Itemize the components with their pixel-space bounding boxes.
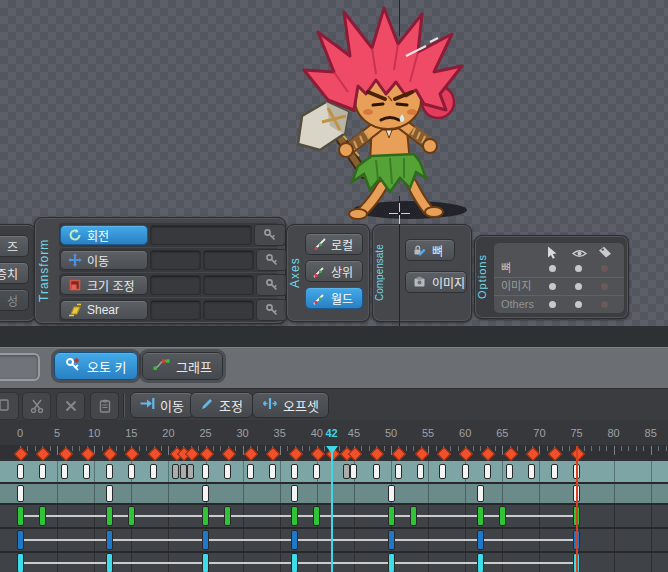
playhead-handle[interactable] (326, 446, 338, 454)
scale-y-field[interactable] (203, 275, 254, 295)
keyframe-bar[interactable] (343, 464, 350, 479)
keyframe-diamond[interactable] (81, 447, 95, 461)
copy-button[interactable] (0, 392, 19, 420)
compensate-image-button[interactable]: 이미지 (405, 271, 467, 293)
keyframe-bar[interactable] (128, 506, 135, 526)
paste-button[interactable] (90, 392, 119, 420)
keyframe-bar[interactable] (373, 464, 380, 479)
track-row-5[interactable] (0, 553, 668, 572)
image-select-dot[interactable] (549, 283, 556, 290)
keyframe-bar[interactable] (106, 530, 113, 550)
auto-key-button[interactable]: 오토 키 (54, 352, 138, 380)
animation-name-field[interactable] (0, 353, 40, 381)
keyframe-bar[interactable] (106, 464, 113, 479)
keyframe-bar[interactable] (128, 464, 135, 479)
track-row-3[interactable] (0, 505, 668, 527)
keyframe-diamond[interactable] (570, 447, 584, 461)
keyframe-bar[interactable] (484, 464, 491, 479)
keyframe-diamond[interactable] (103, 447, 117, 461)
compensate-bone-button[interactable]: 뼈 (405, 239, 455, 261)
keyframe-diamond[interactable] (392, 447, 406, 461)
keyframe-diamond[interactable] (481, 447, 495, 461)
keyframe-bar[interactable] (477, 553, 484, 572)
keyframe-bar[interactable] (224, 506, 231, 526)
left-panel-button-3[interactable]: 성 (0, 289, 29, 311)
graph-button[interactable]: 그래프 (142, 352, 223, 380)
keyframe-bar[interactable] (462, 464, 469, 479)
others-select-dot[interactable] (549, 301, 556, 308)
cut-button[interactable] (22, 392, 51, 420)
keyframe-bar[interactable] (106, 485, 113, 502)
keyframe-bar[interactable] (106, 553, 113, 572)
keyframe-bar[interactable] (83, 464, 90, 479)
axes-world-button[interactable]: 월드 (305, 287, 363, 309)
keyframe-bar[interactable] (350, 464, 357, 479)
bone-visible-dot[interactable] (575, 265, 582, 272)
keyframe-bar[interactable] (202, 485, 209, 502)
keyframe-diamond[interactable] (147, 447, 161, 461)
keyframe-bar[interactable] (395, 464, 402, 479)
others-visible-dot[interactable] (575, 301, 582, 308)
keyframe-diamond[interactable] (415, 447, 429, 461)
keyframe-bar[interactable] (17, 485, 24, 502)
keyframe-bar[interactable] (477, 530, 484, 550)
axes-local-button[interactable]: 로컬 (305, 233, 363, 255)
keyframe-bar[interactable] (417, 464, 424, 479)
others-tag-dot[interactable] (601, 301, 608, 308)
scale-button[interactable]: 크기 조정 (60, 275, 148, 295)
image-visible-dot[interactable] (575, 283, 582, 290)
keyframe-bar[interactable] (291, 464, 298, 479)
delete-button[interactable] (56, 392, 85, 420)
keyframe-bar[interactable] (291, 485, 298, 502)
keyframe-bar[interactable] (477, 485, 484, 502)
keyframe-bar[interactable] (388, 553, 395, 572)
keyframe-bar[interactable] (106, 506, 113, 526)
keyframe-bar[interactable] (202, 464, 209, 479)
translate-y-field[interactable] (203, 250, 254, 270)
keyframe-bar[interactable] (477, 506, 484, 526)
scale-x-field[interactable] (150, 275, 201, 295)
keyframe-bar[interactable] (224, 464, 231, 479)
keyframe-bar[interactable] (202, 506, 209, 526)
shear-x-field[interactable] (150, 300, 201, 320)
character-sprite[interactable] (288, 4, 478, 236)
rotate-button[interactable]: 회전 (60, 225, 148, 245)
track-row-4[interactable] (0, 529, 668, 551)
keyframe-diamond[interactable] (504, 447, 518, 461)
keyframe-diamond[interactable] (222, 447, 236, 461)
keyframe-bar[interactable] (39, 464, 46, 479)
shear-key-button[interactable] (256, 299, 288, 321)
keyframe-diamond[interactable] (370, 447, 384, 461)
playhead-line[interactable] (331, 446, 333, 572)
keyframe-bar[interactable] (506, 464, 513, 479)
translate-x-field[interactable] (150, 250, 201, 270)
keyframe-diamond[interactable] (36, 447, 50, 461)
keyframe-bar[interactable] (269, 464, 276, 479)
move-keys-button[interactable]: 이동 (130, 392, 194, 418)
track-row-1[interactable] (0, 461, 668, 482)
rotate-value-field[interactable] (150, 225, 252, 245)
offset-button[interactable]: 오프셋 (252, 392, 329, 418)
keyframe-bar[interactable] (291, 506, 298, 526)
keyframe-diamond[interactable] (58, 447, 72, 461)
keyframe-bar[interactable] (313, 506, 320, 526)
keyframe-bar[interactable] (313, 464, 320, 479)
keyframe-diamond[interactable] (311, 447, 325, 461)
keyframe-bar[interactable] (17, 553, 24, 572)
translate-button[interactable]: 이동 (60, 250, 148, 270)
axes-parent-button[interactable]: 상위 (305, 260, 363, 282)
keyframe-bar[interactable] (551, 464, 558, 479)
left-panel-button-1[interactable]: 즈 (0, 235, 29, 257)
keyframe-bar[interactable] (499, 506, 506, 526)
keyframe-bar[interactable] (17, 506, 24, 526)
keyframe-bar[interactable] (202, 530, 209, 550)
scale-key-button[interactable] (256, 274, 288, 296)
keyframe-bar[interactable] (528, 464, 535, 479)
keyframe-bar[interactable] (180, 464, 187, 479)
shear-button[interactable]: Shear (60, 300, 148, 320)
keyframe-diamond[interactable] (548, 447, 562, 461)
keyframe-bar[interactable] (291, 530, 298, 550)
keyframe-bar[interactable] (17, 464, 24, 479)
timeline-tracks[interactable] (0, 461, 668, 572)
keyframe-bar[interactable] (17, 530, 24, 550)
